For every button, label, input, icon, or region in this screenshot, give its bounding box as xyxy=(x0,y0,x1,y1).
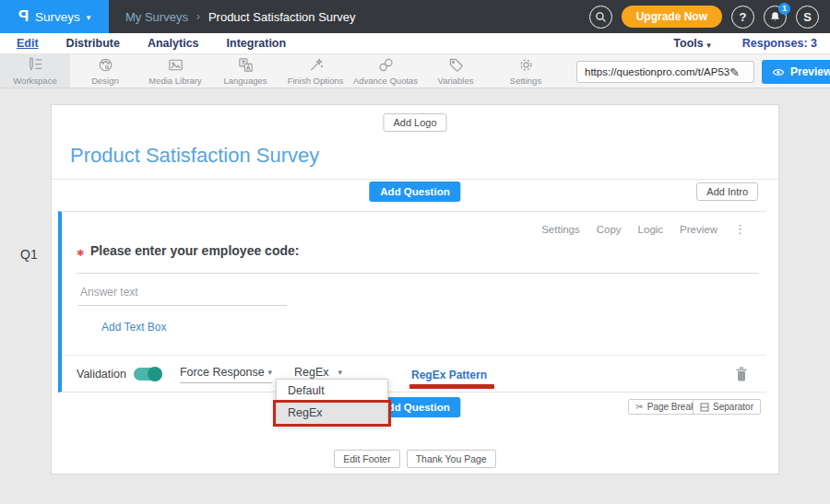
question-settings-link[interactable]: Settings xyxy=(541,224,580,235)
help-button[interactable]: ? xyxy=(731,6,754,29)
divider xyxy=(62,355,766,356)
validation-label: Validation xyxy=(77,368,126,381)
breadcrumb-current-survey: Product Satisfaction Survey xyxy=(208,10,356,24)
chevron-down-icon: ▾ xyxy=(338,368,342,377)
toolbar-item-workspace[interactable]: Workspace xyxy=(0,54,70,88)
card-footer: Edit Footer Thank You Page xyxy=(52,450,778,468)
nav-right: Tools ▾ Responses: 3 xyxy=(673,37,817,50)
question-copy-link[interactable]: Copy xyxy=(597,224,622,235)
add-question-button-top[interactable]: Add Question xyxy=(369,182,460,202)
nav-tabs: Edit Distribute Analytics Integration xyxy=(17,37,286,50)
finish-options-icon xyxy=(307,56,325,74)
advance-quotas-icon xyxy=(377,56,395,74)
question-number: Q1 xyxy=(20,247,38,262)
toolbar-item-languages[interactable]: Languages xyxy=(210,54,280,88)
upgrade-now-button[interactable]: Upgrade Now xyxy=(622,6,722,28)
tab-edit[interactable]: Edit xyxy=(17,37,39,50)
toolbar-item-label: Variables xyxy=(438,76,474,86)
dropdown-option-regex[interactable]: RegEx xyxy=(277,402,387,424)
notifications-button[interactable]: 1 xyxy=(764,6,787,29)
survey-url-box: ✎ xyxy=(576,61,754,83)
dropdown-option-default[interactable]: Default xyxy=(277,380,387,402)
add-text-box-link[interactable]: Add Text Box xyxy=(101,321,167,334)
toolbar-item-label: Media Library xyxy=(148,76,202,86)
questionpro-logo-icon: P xyxy=(18,7,29,26)
preview-button[interactable]: Preview xyxy=(762,60,830,84)
editor-toolbar: Workspace Design Media Library Languages… xyxy=(0,53,830,88)
breadcrumb-separator: › xyxy=(196,10,200,23)
question-actions: Settings Copy Logic Preview ⋮ xyxy=(541,222,746,236)
toolbar-item-label: Finish Options xyxy=(288,76,344,86)
chevron-down-icon: ▾ xyxy=(706,41,711,50)
toolbar-item-media-library[interactable]: Media Library xyxy=(140,54,210,88)
regex-pattern-link[interactable]: RegEx Pattern xyxy=(411,369,487,381)
notification-badge: 1 xyxy=(778,3,790,15)
breadcrumb-my-surveys[interactable]: My Surveys xyxy=(125,10,188,24)
required-asterisk-icon: ✱ xyxy=(77,248,84,258)
toolbar-item-variables[interactable]: Variables xyxy=(421,54,491,88)
edit-footer-button[interactable]: Edit Footer xyxy=(334,450,399,468)
toolbar-item-settings[interactable]: Settings xyxy=(491,54,561,88)
question-block: Settings Copy Logic Preview ⋮ ✱ Please e… xyxy=(58,211,766,393)
survey-card: Add Logo Product Satisfaction Survey Add… xyxy=(51,104,779,475)
divider xyxy=(52,179,778,180)
avatar-initial: S xyxy=(803,10,812,24)
trash-icon xyxy=(735,367,748,381)
page-break-button[interactable]: ✂Page Break xyxy=(628,399,703,415)
chevron-down-icon: ▾ xyxy=(87,13,91,22)
languages-icon xyxy=(237,56,255,74)
help-icon: ? xyxy=(740,10,747,24)
separator-icon xyxy=(700,403,709,412)
questionpro-survey-editor: P Surveys ▾ My Surveys › Product Satisfa… xyxy=(0,0,830,504)
add-logo-button[interactable]: Add Logo xyxy=(383,113,446,132)
responses-link[interactable]: Responses: 3 xyxy=(742,37,817,50)
more-options-icon[interactable]: ⋮ xyxy=(734,222,746,236)
validation-toggle[interactable] xyxy=(134,368,161,381)
separator-button[interactable]: Separator xyxy=(693,399,761,415)
delete-question-button[interactable] xyxy=(735,367,748,381)
top-bar: P Surveys ▾ My Surveys › Product Satisfa… xyxy=(0,0,830,33)
answer-text-field[interactable]: Answer text xyxy=(80,286,138,299)
toolbar-item-label: Settings xyxy=(510,76,541,86)
survey-url-input[interactable] xyxy=(577,66,729,77)
product-menu[interactable]: P Surveys ▾ xyxy=(0,0,109,33)
workspace-icon xyxy=(27,56,44,74)
user-avatar[interactable]: S xyxy=(796,6,819,29)
toolbar-item-finish-options[interactable]: Finish Options xyxy=(280,54,350,88)
tab-integration[interactable]: Integration xyxy=(227,37,287,50)
scissors-icon: ✂ xyxy=(635,402,643,412)
edit-url-icon[interactable]: ✎ xyxy=(729,65,745,79)
toolbar-item-label: Advance Quotas xyxy=(353,76,418,86)
regex-dropdown-menu: Default RegEx xyxy=(276,379,388,425)
survey-title[interactable]: Product Satisfaction Survey xyxy=(70,144,319,168)
design-icon xyxy=(97,56,114,74)
thank-you-page-button[interactable]: Thank You Page xyxy=(407,450,496,468)
tools-menu[interactable]: Tools ▾ xyxy=(673,37,710,50)
force-response-dropdown[interactable]: Force Response▾ xyxy=(180,366,272,383)
search-button[interactable] xyxy=(589,6,612,29)
validation-row: Validation Force Response▾ RegEx▾ RegEx … xyxy=(77,362,748,386)
product-menu-label: Surveys xyxy=(35,10,80,24)
search-icon xyxy=(595,11,607,23)
toolbar-item-advance-quotas[interactable]: Advance Quotas xyxy=(350,54,421,88)
media-library-icon xyxy=(167,56,184,74)
add-intro-button[interactable]: Add Intro xyxy=(696,182,758,201)
variables-icon xyxy=(447,56,465,74)
question-logic-link[interactable]: Logic xyxy=(638,224,664,235)
survey-nav: Edit Distribute Analytics Integration To… xyxy=(0,33,830,53)
toolbar-item-label: Languages xyxy=(223,76,267,86)
question-preview-link[interactable]: Preview xyxy=(680,224,717,235)
editor-canvas: Q1 Add Logo Product Satisfaction Survey … xyxy=(0,88,830,504)
chevron-down-icon: ▾ xyxy=(267,368,272,377)
tab-analytics[interactable]: Analytics xyxy=(148,37,199,50)
regex-pattern-wrap: RegEx Pattern xyxy=(411,366,487,382)
settings-icon xyxy=(517,56,535,74)
annotation-red-underline xyxy=(409,384,494,389)
question-text[interactable]: Please enter your employee code: xyxy=(90,243,299,258)
breadcrumb: My Surveys › Product Satisfaction Survey xyxy=(125,10,356,24)
topbar-actions: Upgrade Now ? 1 S xyxy=(589,6,830,29)
toolbar-item-design[interactable]: Design xyxy=(70,54,140,88)
toolbar-item-label: Design xyxy=(91,76,119,86)
question-text-underline xyxy=(77,273,759,274)
tab-distribute[interactable]: Distribute xyxy=(66,37,120,50)
